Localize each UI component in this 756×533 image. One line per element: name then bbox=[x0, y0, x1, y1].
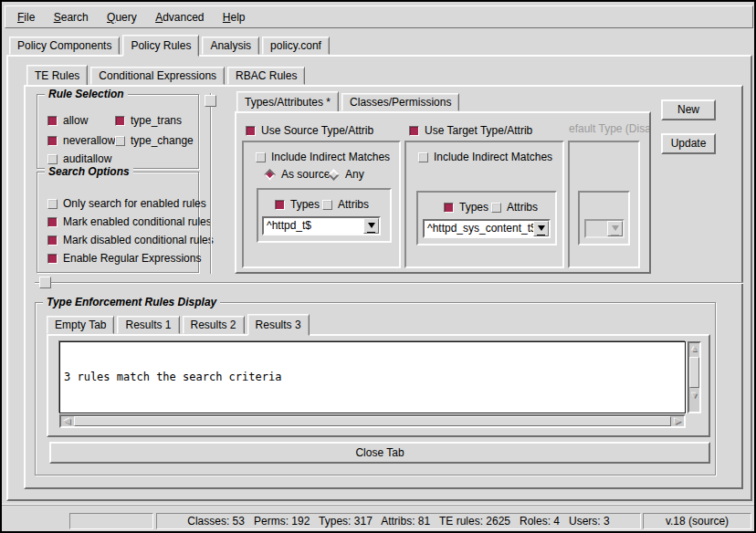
tab-policy-conf[interactable]: policy.conf bbox=[262, 37, 330, 55]
scroll-up-icon[interactable]: ▲ bbox=[689, 344, 699, 354]
results-title: Type Enforcement Rules Display bbox=[43, 296, 220, 308]
vertical-sash-handle[interactable] bbox=[205, 95, 216, 107]
checkbox-allow[interactable]: allow bbox=[47, 114, 88, 127]
checkbox-indicator[interactable] bbox=[418, 152, 428, 162]
target-type-combo[interactable]: ^httpd_sys_content_t$ bbox=[423, 219, 551, 238]
checkbox-source-indirect[interactable]: Include Indirect Matches bbox=[256, 151, 390, 163]
checkbox-indicator[interactable] bbox=[409, 126, 419, 136]
checkbox-type-trans[interactable]: type_trans bbox=[115, 114, 182, 127]
checkbox-label: Types bbox=[290, 198, 320, 211]
source-type-combo[interactable]: ^httpd_t$ bbox=[262, 216, 381, 235]
checkbox-indicator[interactable] bbox=[47, 154, 58, 164]
horizontal-sash-handle[interactable] bbox=[39, 277, 51, 288]
dropdown-arrow-icon[interactable] bbox=[363, 218, 379, 234]
menu-help[interactable]: Help bbox=[220, 10, 248, 25]
checkbox-indicator[interactable] bbox=[47, 254, 58, 264]
checkbox-use-target[interactable]: Use Target Type/Attrib bbox=[409, 124, 532, 137]
checkbox-mark-disabled[interactable]: Mark disabled conditional rules bbox=[47, 234, 214, 246]
checkbox-indicator[interactable] bbox=[47, 136, 58, 146]
horizontal-scrollbar[interactable]: ◀ ▶ bbox=[59, 414, 686, 428]
tab-results-1[interactable]: Results 1 bbox=[117, 316, 179, 334]
tab-results-2[interactable]: Results 2 bbox=[183, 316, 245, 334]
results-summary: 3 rules match the search criteria bbox=[64, 371, 681, 384]
checkbox-indicator[interactable] bbox=[256, 152, 266, 162]
radio-indicator[interactable] bbox=[328, 169, 340, 181]
tab-rbac-rules[interactable]: RBAC Rules bbox=[227, 67, 305, 85]
checkbox-target-indirect[interactable]: Include Indirect Matches bbox=[418, 151, 552, 163]
scroll-down-icon[interactable]: ▼ bbox=[689, 391, 699, 401]
checkbox-label: Attribs bbox=[507, 201, 538, 214]
menu-file[interactable]: File bbox=[15, 10, 37, 25]
radio-any[interactable]: Any bbox=[328, 168, 364, 181]
checkbox-indicator[interactable] bbox=[47, 235, 58, 246]
checkbox-indicator[interactable] bbox=[491, 203, 501, 213]
main-tabs: Policy Components Policy Rules Analysis … bbox=[9, 35, 332, 55]
checkbox-source-types[interactable]: Types bbox=[275, 198, 320, 211]
criteria-tabs: Types/Attributes * Classes/Permissions bbox=[236, 91, 462, 111]
tab-empty[interactable]: Empty Tab bbox=[47, 316, 114, 334]
checkbox-mark-enabled[interactable]: Mark enabled conditional rules bbox=[47, 215, 212, 228]
tab-policy-rules[interactable]: Policy Rules bbox=[122, 35, 199, 57]
status-field-empty bbox=[69, 513, 153, 529]
close-tab-button[interactable]: Close Tab bbox=[49, 442, 710, 464]
combo-value[interactable]: ^httpd_t$ bbox=[264, 218, 363, 234]
checkbox-type-change[interactable]: type_change bbox=[115, 134, 194, 147]
update-button[interactable]: Update bbox=[661, 133, 716, 154]
checkbox-target-types[interactable]: Types bbox=[444, 201, 488, 214]
radio-as-source[interactable]: As source bbox=[264, 168, 330, 181]
default-type-frame bbox=[568, 141, 640, 268]
checkbox-use-source[interactable]: Use Source Type/Attrib bbox=[246, 124, 373, 137]
checkbox-indicator[interactable] bbox=[47, 217, 58, 227]
tab-te-rules[interactable]: TE Rules bbox=[26, 65, 88, 87]
dropdown-arrow-icon bbox=[607, 221, 623, 236]
default-type-inner-frame bbox=[578, 191, 630, 246]
tab-conditional-expressions[interactable]: Conditional Expressions bbox=[90, 67, 225, 85]
checkbox-indicator[interactable] bbox=[322, 200, 332, 210]
tab-types-attributes[interactable]: Types/Attributes * bbox=[236, 91, 339, 113]
menu-query[interactable]: Query bbox=[104, 10, 140, 25]
tab-analysis[interactable]: Analysis bbox=[202, 37, 259, 55]
checkbox-indicator[interactable] bbox=[246, 126, 256, 136]
checkbox-indicator[interactable] bbox=[115, 136, 125, 146]
rule-selection-group: Rule Selection allow type_trans neverall… bbox=[37, 94, 199, 169]
menu-advanced[interactable]: Advanced bbox=[152, 10, 206, 25]
checkbox-label: Include Indirect Matches bbox=[271, 151, 390, 163]
checkbox-neverallow[interactable]: neverallow bbox=[47, 134, 115, 147]
scroll-left-icon[interactable]: ◀ bbox=[62, 416, 72, 426]
checkbox-indicator[interactable] bbox=[47, 199, 58, 209]
checkbox-label: neverallow bbox=[63, 134, 115, 147]
new-button[interactable]: New bbox=[661, 99, 716, 120]
vertical-sash[interactable] bbox=[210, 93, 212, 274]
results-text[interactable]: 3 rules match the search criteria (5822)… bbox=[59, 341, 686, 413]
vertical-scroll-thumb[interactable] bbox=[689, 357, 699, 388]
checkbox-indicator[interactable] bbox=[444, 203, 454, 213]
source-frame: Include Indirect Matches As source Any T… bbox=[242, 141, 401, 268]
menu-search[interactable]: Search bbox=[51, 10, 91, 25]
checkbox-indicator[interactable] bbox=[275, 200, 285, 210]
checkbox-enabled-rules-only[interactable]: Only search for enabled rules bbox=[47, 197, 206, 210]
scroll-right-icon[interactable]: ▶ bbox=[673, 416, 683, 426]
status-stats: Classes: 53 Perms: 192 Types: 317 Attrib… bbox=[156, 513, 641, 529]
checkbox-indicator[interactable] bbox=[47, 116, 58, 126]
tab-policy-components[interactable]: Policy Components bbox=[9, 37, 120, 55]
tab-classes-permissions[interactable]: Classes/Permissions bbox=[341, 93, 459, 111]
checkbox-regex[interactable]: Enable Regular Expressions bbox=[47, 252, 201, 265]
checkbox-label: Only search for enabled rules bbox=[63, 197, 206, 210]
combo-value[interactable]: ^httpd_sys_content_t$ bbox=[425, 221, 533, 236]
checkbox-source-attribs[interactable]: Attribs bbox=[322, 198, 369, 211]
radio-indicator[interactable] bbox=[264, 169, 276, 181]
checkbox-label: type_change bbox=[131, 134, 194, 147]
checkbox-label: Use Source Type/Attrib bbox=[261, 124, 373, 137]
checkbox-auditallow[interactable]: auditallow bbox=[47, 152, 111, 165]
checkbox-indicator[interactable] bbox=[115, 116, 125, 126]
menu-bar: File Search Query Advanced Help bbox=[5, 5, 753, 28]
statusbar-separator bbox=[2, 504, 754, 506]
dropdown-arrow-icon[interactable] bbox=[533, 221, 549, 236]
horizontal-sash[interactable] bbox=[35, 282, 743, 284]
checkbox-label: auditallow bbox=[63, 152, 111, 165]
tab-results-3[interactable]: Results 3 bbox=[247, 314, 310, 336]
vertical-scrollbar[interactable]: ▲ ▼ bbox=[688, 341, 701, 413]
horizontal-scroll-thumb[interactable] bbox=[74, 416, 671, 426]
checkbox-target-attribs[interactable]: Attribs bbox=[491, 201, 538, 214]
checkbox-label: type_trans bbox=[131, 114, 182, 127]
